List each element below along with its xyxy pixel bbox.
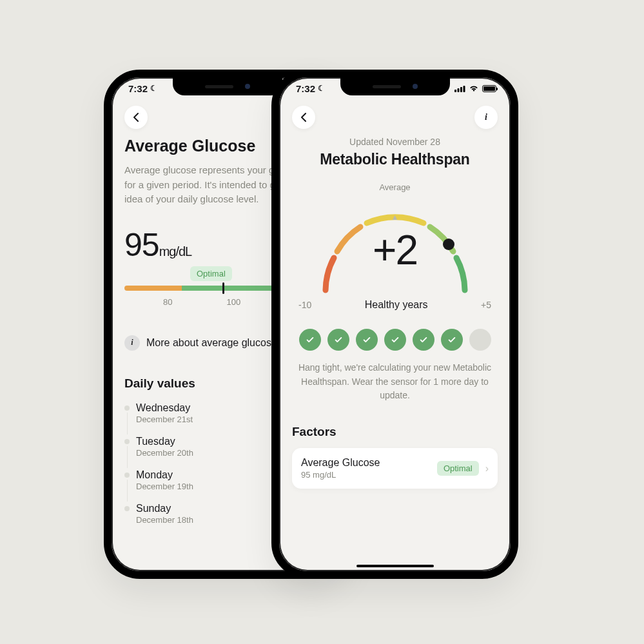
info-icon: i [124, 335, 140, 351]
gauge-caption: Healthy years [365, 299, 428, 311]
scale-min: -10 [298, 300, 311, 310]
back-button[interactable] [124, 106, 148, 129]
timeline-dot-icon [124, 473, 130, 478]
factor-status-pill: Optimal [437, 461, 479, 476]
streak-dot-complete [384, 329, 406, 351]
streak-row [292, 329, 498, 351]
streak-dot-complete [441, 329, 463, 351]
updated-label: Updated November 28 [292, 137, 498, 147]
range-status-pill: Optimal [190, 266, 232, 281]
timeline-dot-icon [124, 439, 130, 444]
page-title: Metabolic Healthspan [292, 151, 498, 168]
factor-value: 95 mg/dL [301, 470, 431, 480]
svg-rect-5 [458, 88, 460, 92]
timeline-dot-icon [124, 506, 130, 511]
streak-dot-pending [469, 329, 491, 351]
dnd-icon: ☾ [318, 84, 325, 93]
svg-rect-7 [463, 86, 465, 92]
streak-dot-complete [413, 329, 434, 351]
status-time: 7:32 [296, 83, 315, 94]
timeline-dot-icon [124, 405, 130, 411]
streak-dot-complete [299, 329, 321, 351]
factor-card-average-glucose[interactable]: Average Glucose 95 mg/dL Optimal › [292, 448, 498, 489]
phone-right: 7:32☾ i Updated November 28 Metabolic He… [271, 70, 518, 579]
gauge-pointer-icon: ▲ [391, 213, 399, 222]
back-button[interactable] [292, 106, 315, 129]
battery-icon [482, 85, 496, 92]
factors-heading: Factors [292, 425, 498, 439]
notch [340, 77, 450, 95]
status-time: 7:32 [128, 83, 148, 94]
dnd-icon: ☾ [150, 84, 157, 93]
chevron-right-icon: › [485, 463, 489, 474]
home-indicator[interactable] [356, 565, 434, 567]
score-value: +2 [311, 229, 479, 271]
range-marker [222, 282, 224, 294]
factor-name: Average Glucose [301, 457, 431, 469]
streak-dot-complete [327, 329, 349, 351]
scale-max: +5 [481, 300, 491, 310]
status-message: Hang tight, we're calculating your new M… [292, 361, 498, 403]
gauge-label: Average [292, 182, 498, 192]
wifi-icon [469, 83, 479, 94]
svg-rect-6 [460, 87, 462, 92]
notch [173, 77, 282, 95]
streak-dot-complete [356, 329, 378, 351]
healthspan-gauge: ▲ +2 [311, 200, 479, 297]
info-button[interactable]: i [474, 106, 498, 129]
signal-icon [454, 83, 465, 94]
svg-rect-4 [454, 90, 456, 92]
screen-right: i Updated November 28 Metabolic Healthsp… [279, 103, 511, 571]
